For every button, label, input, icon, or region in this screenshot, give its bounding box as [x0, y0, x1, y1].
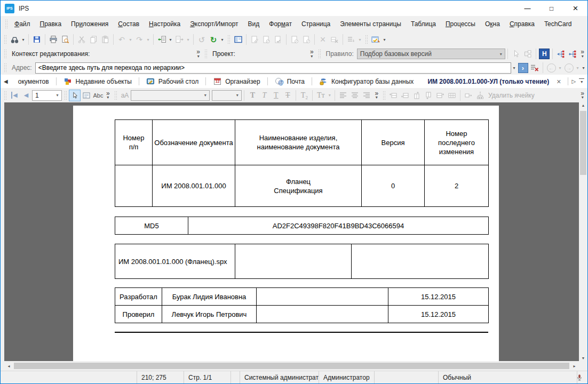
name-cell[interactable]: Бурак Лидия Ивановна: [162, 288, 257, 306]
properties-panel-button[interactable]: [232, 33, 244, 46]
file-name-cell[interactable]: ИМ 2008.001.01.000 (Фланец).spx: [115, 244, 235, 279]
menu-table[interactable]: Таблица: [406, 18, 441, 30]
sync-button[interactable]: ↻: [208, 33, 219, 46]
tab-active-document[interactable]: ИМ 2008.001.01.000-УЛ (только чтение) ×: [420, 75, 568, 88]
data-cell[interactable]: [115, 165, 153, 207]
role-cell[interactable]: Проверил: [115, 306, 162, 323]
tools-chevron[interactable]: »▾: [104, 91, 112, 100]
md5-value-cell[interactable]: AD2F2C49398F820F41B9BD43C6066594: [188, 217, 489, 235]
vertical-scroll-thumb[interactable]: [580, 111, 586, 175]
tab-documents[interactable]: окументов: [11, 75, 56, 88]
scroll-down-icon[interactable]: ▼: [579, 356, 587, 360]
print-preview-button[interactable]: [59, 33, 71, 46]
tab-db-configurator[interactable]: Конфигуратор базы данных: [312, 75, 420, 88]
address-dropdown[interactable]: ▾: [511, 66, 517, 70]
menu-help[interactable]: Справка: [505, 18, 539, 30]
data-cell[interactable]: 2: [425, 165, 489, 207]
menu-format[interactable]: Формат: [264, 18, 297, 30]
date-cell[interactable]: 15.12.2015: [388, 306, 489, 323]
menu-windows[interactable]: Окна: [480, 18, 505, 30]
close-button[interactable]: ×: [563, 1, 587, 16]
document-canvas[interactable]: Номер п/п Обозначение документа Наименов…: [4, 102, 579, 361]
tab-close-icon[interactable]: ×: [557, 77, 561, 86]
minimize-button[interactable]: —: [515, 1, 539, 16]
insert-object-button[interactable]: [156, 33, 168, 46]
hierarchy-mode-button[interactable]: H: [538, 47, 550, 60]
take-to-work-button[interactable]: [370, 33, 382, 46]
tab-scroll-left-icon[interactable]: ◀: [1, 78, 11, 84]
menu-page[interactable]: Страница: [297, 18, 335, 30]
signature-cell[interactable]: [257, 306, 388, 323]
header-cell[interactable]: Номер последнего изменения: [425, 120, 489, 165]
select-tool-button[interactable]: [69, 90, 81, 101]
tab-scroll-right-icon[interactable]: ▷: [568, 78, 579, 84]
take-to-work-dropdown[interactable]: ▾: [382, 37, 387, 42]
menu-techcard[interactable]: TechCard: [539, 18, 576, 30]
expand-tree-button[interactable]: [555, 47, 567, 60]
status-mic[interactable]: [577, 371, 587, 383]
first-page-button[interactable]: ◀: [9, 89, 20, 102]
tab-mail[interactable]: @ Почта: [268, 75, 312, 88]
date-cell[interactable]: 15.12.2015: [388, 288, 489, 306]
project-chevron[interactable]: »▾: [308, 50, 316, 58]
search-button[interactable]: [9, 33, 20, 46]
maximize-button[interactable]: □: [539, 1, 563, 16]
header-cell[interactable]: Версия: [362, 120, 425, 165]
data-cell[interactable]: Фланец Спецификация: [235, 165, 362, 207]
menu-edit[interactable]: Правка: [35, 18, 67, 30]
data-cell[interactable]: ИМ 2008.001.01.000: [153, 165, 235, 207]
menu-processes[interactable]: Процессы: [441, 18, 480, 30]
data-cell[interactable]: 0: [362, 165, 425, 207]
tab-recent-objects[interactable]: Недавние объекты: [57, 75, 139, 88]
sync-dropdown[interactable]: ▾: [219, 37, 225, 42]
role-cell[interactable]: Разработал: [115, 288, 162, 306]
md5-table[interactable]: MD5 AD2F2C49398F820F41B9BD43C6066594: [115, 217, 489, 235]
collapse-tree-button[interactable]: [567, 47, 578, 60]
scroll-left-icon[interactable]: ◂: [4, 364, 13, 369]
header-cell[interactable]: Обозначение документа: [153, 120, 235, 165]
clear-address-history-button[interactable]: [529, 61, 541, 74]
address-input[interactable]: [35, 62, 511, 74]
spellcheck-button[interactable]: Abc: [92, 89, 104, 102]
name-cell[interactable]: Левчук Игорь Петрович: [162, 306, 257, 323]
save-button[interactable]: [31, 33, 43, 46]
horizontal-scrollbar[interactable]: ◂ ▸: [4, 361, 579, 371]
context-overflow-chevron[interactable]: »▾: [578, 50, 586, 58]
menu-applications[interactable]: Приложения: [66, 18, 113, 30]
paragraph-chevron[interactable]: »▾: [372, 91, 380, 100]
horizontal-scroll-thumb[interactable]: [14, 363, 569, 369]
signature-table[interactable]: Разработал Бурак Лидия Ивановна 15.12.20…: [115, 287, 489, 323]
tab-organizer[interactable]: 12 Органайзер: [206, 75, 267, 88]
search-dropdown[interactable]: ▾: [20, 37, 26, 42]
scroll-up-icon[interactable]: ▲: [579, 103, 587, 107]
toolbar-grip: [383, 91, 385, 100]
menu-export-import[interactable]: Экспорт/Импорт: [185, 18, 243, 30]
tab-desktop[interactable]: Рабочий стол: [139, 75, 205, 88]
edit-context-chevron[interactable]: »▾: [194, 50, 202, 58]
file-table[interactable]: ИМ 2008.001.01.000 (Фланец).spx: [115, 244, 489, 279]
menu-structure[interactable]: Состав: [113, 18, 144, 30]
vertical-scrollbar[interactable]: ▲ ▼: [579, 102, 587, 361]
empty-cell[interactable]: [352, 244, 489, 279]
signature-cell[interactable]: [257, 288, 388, 306]
prev-page-button[interactable]: ◀: [20, 89, 32, 102]
document-page[interactable]: Номер п/п Обозначение документа Наименов…: [73, 106, 499, 361]
address-go-button[interactable]: ›: [517, 61, 529, 74]
md5-label-cell[interactable]: MD5: [115, 217, 188, 235]
tab-list-icon[interactable]: ▾: [579, 78, 584, 84]
insert-object-dropdown[interactable]: ▾: [168, 37, 173, 42]
address-overflow-dropdown[interactable]: ▾: [581, 66, 586, 70]
header-cell[interactable]: Наименование изделия, наименование докум…: [235, 120, 362, 165]
print-button[interactable]: [47, 33, 59, 46]
scroll-right-icon[interactable]: ▸: [570, 364, 579, 369]
header-cell[interactable]: Номер п/п: [115, 120, 153, 165]
page-number-combobox[interactable]: 1▾: [32, 90, 62, 101]
menu-view[interactable]: Вид: [243, 18, 265, 30]
table-chevron[interactable]: »▾: [578, 91, 586, 100]
menu-settings[interactable]: Настройка: [144, 18, 185, 30]
document-main-table[interactable]: Номер п/п Обозначение документа Наименов…: [115, 119, 489, 207]
menu-page-elements[interactable]: Элементы страницы: [335, 18, 406, 30]
field-properties-button[interactable]: [81, 89, 92, 102]
menu-file[interactable]: Файл: [10, 18, 35, 30]
empty-cell[interactable]: [235, 244, 352, 279]
